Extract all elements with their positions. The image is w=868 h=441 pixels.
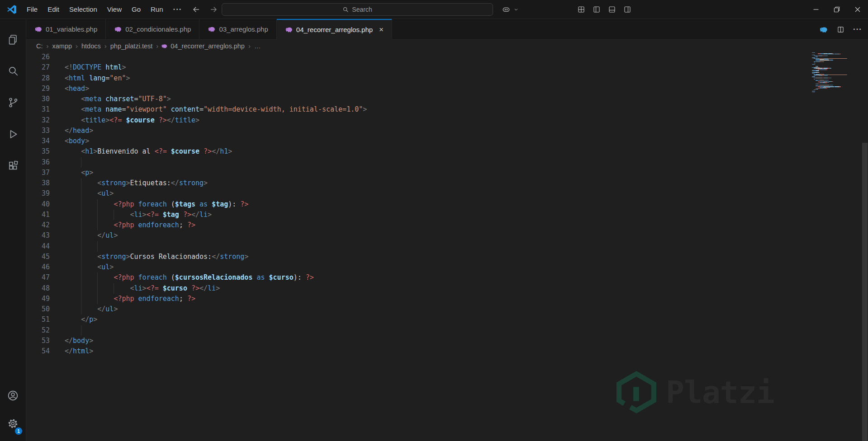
code-line[interactable]: 52	[26, 325, 868, 336]
close-tab-icon[interactable]: ×	[379, 26, 384, 33]
extensions-icon[interactable]	[0, 150, 26, 182]
line-number[interactable]: 32	[26, 115, 50, 126]
run-debug-icon[interactable]	[0, 118, 26, 150]
menu-run[interactable]: Run	[146, 3, 168, 16]
menu-edit[interactable]: Edit	[43, 3, 64, 16]
line-number[interactable]: 54	[26, 346, 50, 357]
code-line[interactable]: 54</html>	[26, 346, 868, 357]
line-number[interactable]: 26	[26, 52, 50, 62]
code-editor[interactable]: 2627<!DOCTYPE html>28<html lang="en">29<…	[26, 52, 868, 441]
line-number[interactable]: 50	[26, 304, 50, 314]
code-line[interactable]: 32 <title><?= $course ?></title>	[26, 115, 868, 126]
line-number[interactable]: 52	[26, 325, 50, 336]
line-number[interactable]: 43	[26, 230, 50, 241]
code-line[interactable]: 46 <ul>	[26, 262, 868, 272]
code-line[interactable]: 49 <?php endforeach; ?>	[26, 294, 868, 304]
command-center-search[interactable]: Search	[222, 3, 493, 16]
code-line[interactable]: 50 </ul>	[26, 304, 868, 314]
code-line[interactable]: 34<body>	[26, 136, 868, 146]
code-line[interactable]: 47 <?php foreach ($cursosRelacionados as…	[26, 272, 868, 283]
breadcrumb-item[interactable]: xampp	[52, 42, 73, 50]
line-number[interactable]: 53	[26, 336, 50, 346]
code-line[interactable]: 38 <strong>Etiquetas:</strong>	[26, 178, 868, 188]
code-line[interactable]: 35 <h1>Bienvenido al <?= $course ?></h1>	[26, 146, 868, 157]
tab-04_recorrer_arreglos.php[interactable]: 04_recorrer_arreglos.php×	[277, 19, 392, 40]
line-number[interactable]: 44	[26, 241, 50, 252]
scrollbar-thumb[interactable]	[862, 143, 868, 441]
code-line[interactable]: 33</head>	[26, 126, 868, 136]
line-number[interactable]: 36	[26, 157, 50, 168]
copilot-icon[interactable]	[500, 4, 512, 15]
explorer-icon[interactable]	[0, 23, 26, 55]
search-sidebar-icon[interactable]	[0, 55, 26, 87]
vertical-scrollbar[interactable]	[862, 52, 868, 441]
source-control-icon[interactable]	[0, 87, 26, 118]
code-line[interactable]: 40 <?php foreach ($tags as $tag): ?>	[26, 199, 868, 210]
customize-layout-icon[interactable]	[575, 4, 587, 15]
line-number[interactable]: 27	[26, 62, 50, 73]
code-line[interactable]: 31 <meta name="viewport" content="width=…	[26, 104, 868, 115]
code-line[interactable]: 27<!DOCTYPE html>	[26, 62, 868, 73]
more-actions-icon[interactable]: ···	[852, 23, 863, 35]
chevron-down-icon[interactable]	[513, 4, 519, 15]
breadcrumb-item[interactable]: C:	[35, 42, 44, 50]
line-number[interactable]: 29	[26, 84, 50, 94]
breadcrumb-item[interactable]: …	[253, 42, 262, 50]
line-number[interactable]: 38	[26, 178, 50, 188]
line-number[interactable]: 30	[26, 94, 50, 104]
minimap[interactable]	[812, 52, 862, 93]
tab-01_variables.php[interactable]: 01_variables.php	[26, 19, 106, 39]
line-number[interactable]: 41	[26, 210, 50, 220]
menu-go[interactable]: Go	[127, 3, 146, 16]
code-line[interactable]: 43 </ul>	[26, 230, 868, 241]
line-number[interactable]: 37	[26, 168, 50, 178]
line-number[interactable]: 34	[26, 136, 50, 146]
line-number[interactable]: 45	[26, 252, 50, 262]
line-number[interactable]: 47	[26, 272, 50, 283]
account-icon[interactable]	[0, 381, 26, 409]
code-line[interactable]: 42 <?php endforeach; ?>	[26, 220, 868, 230]
menu-view[interactable]: View	[102, 3, 127, 16]
line-number[interactable]: 48	[26, 283, 50, 294]
tab-02_condicionales.php[interactable]: 02_condicionales.php	[106, 19, 199, 39]
code-line[interactable]: 48 <li><?= $curso ?></li>	[26, 283, 868, 294]
line-number[interactable]: 42	[26, 220, 50, 230]
breadcrumb-item[interactable]: 04_recorrer_arreglos.php	[170, 42, 246, 50]
forward-arrow-icon[interactable]	[207, 3, 220, 16]
code-line[interactable]: 51 </p>	[26, 314, 868, 325]
settings-gear-icon[interactable]: 1	[0, 409, 26, 437]
line-number[interactable]: 49	[26, 294, 50, 304]
close-button[interactable]	[847, 0, 868, 19]
menu-more-icon[interactable]: ···	[168, 3, 187, 16]
line-number[interactable]: 33	[26, 126, 50, 136]
line-number[interactable]: 28	[26, 73, 50, 84]
minimize-button[interactable]	[806, 0, 826, 19]
toggle-primary-sidebar-icon[interactable]	[591, 4, 602, 15]
line-number[interactable]: 40	[26, 199, 50, 210]
menu-file[interactable]: File	[22, 3, 43, 16]
code-line[interactable]: 36	[26, 157, 868, 168]
toggle-secondary-sidebar-icon[interactable]	[621, 4, 633, 15]
code-line[interactable]: 45 <strong>Cursos Relacionados:</strong>	[26, 252, 868, 262]
code-line[interactable]: 26	[26, 52, 868, 62]
back-arrow-icon[interactable]	[190, 3, 203, 16]
code-line[interactable]: 44	[26, 241, 868, 252]
code-line[interactable]: 30 <meta charset="UTF-8">	[26, 94, 868, 104]
toggle-panel-icon[interactable]	[606, 4, 618, 15]
code-line[interactable]: 28<html lang="en">	[26, 73, 868, 84]
restore-button[interactable]	[826, 0, 847, 19]
code-line[interactable]: 41 <li><?= $tag ?></li>	[26, 210, 868, 220]
menu-selection[interactable]: Selection	[64, 3, 102, 16]
code-line[interactable]: 53</body>	[26, 336, 868, 346]
code-line[interactable]: 39 <ul>	[26, 188, 868, 199]
breadcrumb-item[interactable]: htdocs	[81, 42, 102, 50]
tab-03_arreglos.php[interactable]: 03_arreglos.php	[199, 19, 276, 39]
breadcrumb-item[interactable]: php_platzi.test	[109, 42, 154, 50]
php-action-icon[interactable]	[817, 23, 829, 35]
line-number[interactable]: 51	[26, 314, 50, 325]
line-number[interactable]: 31	[26, 104, 50, 115]
code-line[interactable]: 37 <p>	[26, 168, 868, 178]
line-number[interactable]: 39	[26, 188, 50, 199]
split-editor-icon[interactable]	[835, 23, 846, 35]
line-number[interactable]: 46	[26, 262, 50, 272]
